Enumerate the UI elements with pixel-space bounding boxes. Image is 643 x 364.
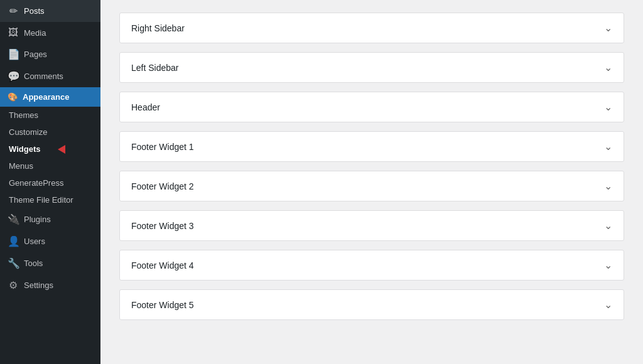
widget-accordion-header-footer-widget-5[interactable]: Footer Widget 5 ⌄ [120, 290, 624, 319]
sidebar-item-theme-file-editor[interactable]: Theme File Editor [0, 191, 100, 208]
widget-label-header: Header [131, 102, 160, 112]
widget-item-footer-widget-5: Footer Widget 5 ⌄ [119, 289, 624, 320]
chevron-down-icon: ⌄ [604, 22, 612, 34]
appearance-submenu: Themes Customize Widgets Menus GenerateP… [0, 107, 100, 208]
sidebar-item-users[interactable]: 👤 Users [0, 230, 100, 252]
plugins-icon: 🔌 [8, 213, 19, 225]
widget-label-footer-widget-4: Footer Widget 4 [131, 260, 194, 270]
widget-item-footer-widget-4: Footer Widget 4 ⌄ [119, 250, 624, 281]
menus-label: Menus [9, 161, 33, 171]
widget-item-footer-widget-2: Footer Widget 2 ⌄ [119, 171, 624, 201]
chevron-down-icon: ⌄ [604, 62, 612, 73]
widgets-arrow: Widgets [9, 144, 40, 154]
widget-label-right-sidebar: Right Sidebar [131, 23, 185, 33]
widget-accordion-header-footer-widget-2[interactable]: Footer Widget 2 ⌄ [120, 171, 624, 201]
sidebar-item-widgets[interactable]: Widgets [0, 141, 100, 158]
widget-accordion-header-right-sidebar[interactable]: Right Sidebar ⌄ [120, 13, 624, 43]
settings-icon: ⚙ [8, 279, 19, 291]
sidebar-item-appearance-label: Appearance [23, 92, 69, 102]
sidebar-item-media[interactable]: 🖼 Media [0, 22, 100, 43]
widget-accordion-header-left-sidebar[interactable]: Left Sidebar ⌄ [120, 53, 624, 82]
widget-label-footer-widget-3: Footer Widget 3 [131, 221, 194, 231]
comments-icon: 💬 [8, 70, 19, 82]
sidebar-item-comments[interactable]: 💬 Comments [0, 65, 100, 87]
widget-label-footer-widget-2: Footer Widget 2 [131, 181, 194, 191]
sidebar-item-settings-label: Settings [24, 281, 53, 290]
sidebar-item-users-label: Users [24, 237, 45, 246]
users-icon: 👤 [8, 235, 19, 247]
theme-file-editor-label: Theme File Editor [9, 195, 73, 205]
chevron-down-icon: ⌄ [604, 220, 612, 232]
media-icon: 🖼 [8, 27, 19, 38]
widget-item-right-sidebar: Right Sidebar ⌄ [119, 13, 624, 43]
sidebar-item-posts[interactable]: ✏ Posts [0, 0, 100, 22]
widget-label-left-sidebar: Left Sidebar [131, 63, 179, 73]
widget-accordion-header-footer-widget-4[interactable]: Footer Widget 4 ⌄ [120, 250, 624, 280]
widget-accordion-header-footer-widget-1[interactable]: Footer Widget 1 ⌄ [120, 132, 624, 161]
posts-icon: ✏ [8, 5, 19, 17]
chevron-down-icon: ⌄ [604, 180, 612, 192]
main-content: Right Sidebar ⌄ Left Sidebar ⌄ Header ⌄ … [100, 0, 643, 364]
chevron-down-icon: ⌄ [604, 259, 612, 271]
pages-icon: 📄 [8, 48, 19, 60]
appearance-icon: 🎨 [8, 92, 18, 102]
sidebar-item-themes[interactable]: Themes [0, 107, 100, 124]
sidebar-item-comments-label: Comments [24, 72, 63, 81]
widgets-label: Widgets [9, 144, 40, 154]
sidebar-item-media-label: Media [24, 28, 46, 38]
sidebar-item-generatepress[interactable]: GeneratePress [0, 174, 100, 191]
sidebar-item-tools-label: Tools [24, 259, 43, 268]
widget-label-footer-widget-1: Footer Widget 1 [131, 142, 194, 152]
sidebar: ✏ Posts 🖼 Media 📄 Pages 💬 Comments 🎨 App… [0, 0, 100, 364]
chevron-down-icon: ⌄ [604, 299, 612, 311]
sidebar-item-pages[interactable]: 📄 Pages [0, 43, 100, 65]
widget-accordion-header-header[interactable]: Header ⌄ [120, 92, 624, 122]
sidebar-item-settings[interactable]: ⚙ Settings [0, 274, 100, 296]
sidebar-item-customize[interactable]: Customize [0, 124, 100, 141]
sidebar-item-tools[interactable]: 🔧 Tools [0, 252, 100, 274]
widget-item-left-sidebar: Left Sidebar ⌄ [119, 52, 624, 83]
sidebar-item-menus[interactable]: Menus [0, 158, 100, 174]
chevron-down-icon: ⌄ [604, 141, 612, 153]
sidebar-item-plugins-label: Plugins [24, 215, 51, 224]
themes-label: Themes [9, 110, 38, 120]
widget-label-footer-widget-5: Footer Widget 5 [131, 300, 194, 310]
sidebar-item-plugins[interactable]: 🔌 Plugins [0, 208, 100, 230]
widget-item-footer-widget-3: Footer Widget 3 ⌄ [119, 210, 624, 241]
widget-accordion-header-footer-widget-3[interactable]: Footer Widget 3 ⌄ [120, 211, 624, 240]
customize-label: Customize [9, 127, 47, 137]
sidebar-item-appearance[interactable]: 🎨 Appearance [0, 87, 100, 107]
widget-item-footer-widget-1: Footer Widget 1 ⌄ [119, 131, 624, 162]
generatepress-label: GeneratePress [9, 178, 63, 188]
widget-item-header: Header ⌄ [119, 92, 624, 122]
tools-icon: 🔧 [8, 257, 19, 269]
sidebar-item-pages-label: Pages [24, 50, 47, 59]
sidebar-item-posts-label: Posts [24, 6, 45, 16]
chevron-down-icon: ⌄ [604, 101, 612, 113]
